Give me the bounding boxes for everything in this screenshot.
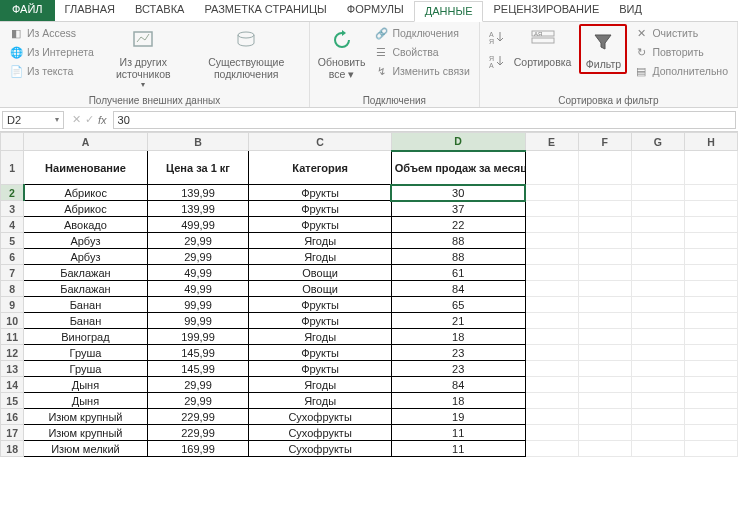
cell-A12[interactable]: Груша [24, 345, 147, 361]
cell-D3[interactable]: 37 [391, 201, 525, 217]
cell-B1[interactable]: Цена за 1 кг [147, 151, 249, 185]
cell-F15[interactable] [578, 393, 631, 409]
cell-C12[interactable]: Фрукты [249, 345, 391, 361]
cell-F14[interactable] [578, 377, 631, 393]
select-all-corner[interactable] [1, 133, 24, 151]
row-header-11[interactable]: 11 [1, 329, 24, 345]
cell-E11[interactable] [525, 329, 578, 345]
cell-C8[interactable]: Овощи [249, 281, 391, 297]
cell-D14[interactable]: 84 [391, 377, 525, 393]
cell-D11[interactable]: 18 [391, 329, 525, 345]
cell-A6[interactable]: Арбуз [24, 249, 147, 265]
row-header-10[interactable]: 10 [1, 313, 24, 329]
cell-A5[interactable]: Арбуз [24, 233, 147, 249]
cell-D1[interactable]: Объем продаж за месяц (кг) [391, 151, 525, 185]
cell-G13[interactable] [631, 361, 684, 377]
cell-F2[interactable] [578, 185, 631, 201]
col-header-G[interactable]: G [631, 133, 684, 151]
cell-A4[interactable]: Авокадо [24, 217, 147, 233]
tab-view[interactable]: ВИД [609, 0, 652, 21]
cell-G17[interactable] [631, 425, 684, 441]
row-header-6[interactable]: 6 [1, 249, 24, 265]
from-text-button[interactable]: 📄Из текста [6, 62, 97, 80]
refresh-all-button[interactable]: Обновить все ▾ [316, 24, 368, 82]
advanced-filter-button[interactable]: ▤Дополнительно [631, 62, 731, 80]
cell-A11[interactable]: Виноград [24, 329, 147, 345]
cell-F12[interactable] [578, 345, 631, 361]
cell-C3[interactable]: Фрукты [249, 201, 391, 217]
col-header-D[interactable]: D [391, 133, 525, 151]
cell-B14[interactable]: 29,99 [147, 377, 249, 393]
spreadsheet-grid[interactable]: A B C D E F G H 1НаименованиеЦена за 1 к… [0, 132, 738, 505]
cell-E10[interactable] [525, 313, 578, 329]
cell-D7[interactable]: 61 [391, 265, 525, 281]
col-header-H[interactable]: H [684, 133, 737, 151]
row-header-8[interactable]: 8 [1, 281, 24, 297]
cell-F13[interactable] [578, 361, 631, 377]
cell-D8[interactable]: 84 [391, 281, 525, 297]
cell-D15[interactable]: 18 [391, 393, 525, 409]
cell-A10[interactable]: Банан [24, 313, 147, 329]
tab-data[interactable]: ДАННЫЕ [414, 1, 484, 22]
cell-H17[interactable] [684, 425, 737, 441]
row-header-4[interactable]: 4 [1, 217, 24, 233]
cell-C11[interactable]: Ягоды [249, 329, 391, 345]
cell-F1[interactable] [578, 151, 631, 185]
cell-G10[interactable] [631, 313, 684, 329]
from-other-sources-button[interactable]: Из других источников ▾ [101, 24, 186, 91]
sort-button[interactable]: АЯ Сортировка [510, 24, 576, 70]
col-header-A[interactable]: A [24, 133, 147, 151]
row-header-9[interactable]: 9 [1, 297, 24, 313]
from-access-button[interactable]: ◧Из Access [6, 24, 97, 42]
cell-G6[interactable] [631, 249, 684, 265]
cell-H4[interactable] [684, 217, 737, 233]
cell-H11[interactable] [684, 329, 737, 345]
cell-B7[interactable]: 49,99 [147, 265, 249, 281]
cell-G4[interactable] [631, 217, 684, 233]
row-header-3[interactable]: 3 [1, 201, 24, 217]
cell-A9[interactable]: Банан [24, 297, 147, 313]
row-header-1[interactable]: 1 [1, 151, 24, 185]
cell-B10[interactable]: 99,99 [147, 313, 249, 329]
cell-C10[interactable]: Фрукты [249, 313, 391, 329]
cell-B2[interactable]: 139,99 [147, 185, 249, 201]
cell-F17[interactable] [578, 425, 631, 441]
cell-E18[interactable] [525, 441, 578, 457]
tab-formulas[interactable]: ФОРМУЛЫ [337, 0, 414, 21]
tab-home[interactable]: ГЛАВНАЯ [55, 0, 125, 21]
row-header-17[interactable]: 17 [1, 425, 24, 441]
cancel-button[interactable]: ✕ [72, 113, 81, 126]
cell-A17[interactable]: Изюм крупный [24, 425, 147, 441]
row-header-14[interactable]: 14 [1, 377, 24, 393]
cell-C14[interactable]: Ягоды [249, 377, 391, 393]
cell-D12[interactable]: 23 [391, 345, 525, 361]
cell-D10[interactable]: 21 [391, 313, 525, 329]
clear-filter-button[interactable]: ✕Очистить [631, 24, 731, 42]
cell-G18[interactable] [631, 441, 684, 457]
cell-E17[interactable] [525, 425, 578, 441]
cell-E8[interactable] [525, 281, 578, 297]
cell-D9[interactable]: 65 [391, 297, 525, 313]
cell-G8[interactable] [631, 281, 684, 297]
cell-G3[interactable] [631, 201, 684, 217]
tab-file[interactable]: ФАЙЛ [0, 0, 55, 21]
name-box[interactable]: D2 [2, 111, 64, 129]
cell-E4[interactable] [525, 217, 578, 233]
cell-E7[interactable] [525, 265, 578, 281]
row-header-5[interactable]: 5 [1, 233, 24, 249]
cell-G7[interactable] [631, 265, 684, 281]
cell-D6[interactable]: 88 [391, 249, 525, 265]
cell-B5[interactable]: 29,99 [147, 233, 249, 249]
cell-B18[interactable]: 169,99 [147, 441, 249, 457]
cell-G16[interactable] [631, 409, 684, 425]
cell-E16[interactable] [525, 409, 578, 425]
cell-F6[interactable] [578, 249, 631, 265]
cell-D13[interactable]: 23 [391, 361, 525, 377]
cell-F18[interactable] [578, 441, 631, 457]
cell-C9[interactable]: Фрукты [249, 297, 391, 313]
cell-H3[interactable] [684, 201, 737, 217]
cell-D16[interactable]: 19 [391, 409, 525, 425]
cell-A16[interactable]: Изюм крупный [24, 409, 147, 425]
cell-C16[interactable]: Сухофрукты [249, 409, 391, 425]
cell-F16[interactable] [578, 409, 631, 425]
